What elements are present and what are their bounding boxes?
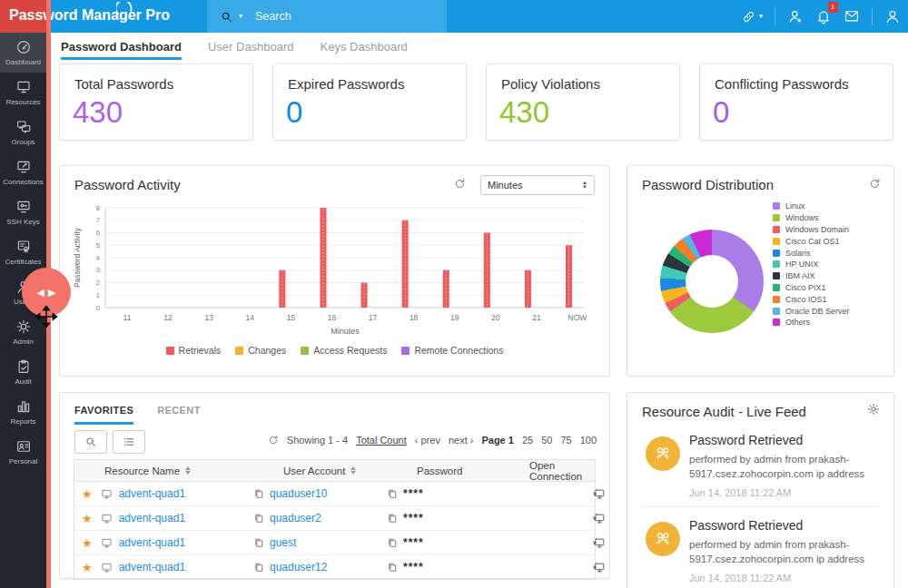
notification-badge: 1 [828, 2, 838, 13]
user-icon [884, 8, 901, 24]
sidebar-item-personal[interactable]: Personal [0, 432, 46, 472]
svg-text:5: 5 [96, 241, 101, 250]
profile-button[interactable] [884, 8, 901, 24]
sidebar-item-ssh-keys[interactable]: SSH Keys [0, 192, 46, 232]
pagination: Showing 1 - 4 Total Count ‹ prev next › … [268, 435, 597, 446]
stat-value: 430 [499, 95, 679, 130]
activity-bar-chart: 012345678Password Activity11121314151617… [71, 201, 597, 338]
open-connection-button[interactable] [592, 561, 606, 574]
svg-text:13: 13 [204, 313, 213, 322]
password-masked: **** [403, 487, 424, 500]
sidebar-item-dashboard[interactable]: Dashboard [0, 33, 46, 73]
favorite-star-icon[interactable]: ★ [82, 561, 93, 574]
col-resource-name[interactable]: Resource Name [74, 466, 272, 476]
favorite-star-icon[interactable]: ★ [82, 512, 93, 525]
sidebar-item-label: Resources [5, 98, 40, 106]
open-connection-button[interactable] [592, 512, 606, 525]
next-button[interactable]: next › [449, 435, 474, 446]
table-view-button[interactable] [113, 430, 145, 454]
user-star-button[interactable] [787, 8, 804, 24]
legend-swatch [773, 202, 780, 210]
user-account-link[interactable]: guest [270, 536, 296, 549]
copy-user-button[interactable] [253, 513, 264, 524]
feed-time: Jun 14, 2018 11:22 AM [689, 487, 883, 498]
prev-button[interactable]: ‹ prev [415, 435, 440, 446]
tab-password-dashboard[interactable]: Password Dashboard [61, 33, 182, 60]
table-row: ★advent-quad1quaduser2**** [74, 505, 595, 530]
copy-password-button[interactable] [387, 562, 398, 573]
page-size-25[interactable]: 25 [522, 435, 533, 446]
page-size-50[interactable]: 50 [541, 435, 552, 446]
user-account-link[interactable]: quaduser10 [270, 487, 327, 500]
col-user-account[interactable]: User Account [272, 466, 404, 476]
copy-password-button[interactable] [387, 488, 398, 499]
copy-password-button[interactable] [387, 537, 398, 548]
divider [642, 506, 881, 507]
sort-icon[interactable] [350, 466, 356, 475]
global-search[interactable]: ▾ Search [207, 0, 447, 33]
legend-swatch [773, 272, 780, 279]
user-account-link[interactable]: quaduser2 [270, 512, 321, 524]
table-search-button[interactable] [74, 430, 107, 454]
sort-icon[interactable] [185, 466, 191, 475]
reports-icon [15, 398, 32, 415]
resource-link[interactable]: advent-quad1 [119, 512, 185, 524]
page-size-100[interactable]: 100 [580, 435, 597, 446]
page-size-75[interactable]: 75 [560, 435, 571, 446]
list-icon [123, 436, 135, 448]
table-header: Resource Name User Account Password Open… [74, 460, 595, 482]
resource-link[interactable]: advent-quad1 [119, 487, 185, 500]
open-connection-button[interactable] [592, 487, 606, 501]
feed-description: performed by admin from prakash-5917.cse… [689, 537, 878, 566]
copy-user-button[interactable] [253, 537, 264, 548]
copy-password-button[interactable] [387, 513, 398, 524]
resource-link[interactable]: advent-quad1 [119, 536, 185, 549]
favorite-star-icon[interactable]: ★ [82, 487, 93, 501]
tab-user-dashboard[interactable]: User Dashboard [208, 33, 294, 60]
interval-select[interactable]: Minutes ▲▼ [480, 175, 595, 195]
col-open-connection: Open Connection [522, 460, 595, 482]
legend-item: Access Requests [301, 345, 387, 356]
legend-item: HP UNIX [773, 259, 850, 270]
svg-text:NOW: NOW [568, 313, 587, 322]
search-input[interactable]: Search [255, 10, 291, 23]
refresh-icon[interactable] [268, 435, 279, 446]
favorites-panel: FAVORITES RECENT Showing 1 - 4 Total Cou… [59, 392, 610, 579]
svg-text:21: 21 [532, 313, 541, 322]
distribution-donut-chart [660, 230, 764, 333]
search-scope-caret[interactable]: ▾ [239, 13, 242, 20]
quick-link-button[interactable]: ▾ [741, 9, 763, 24]
user-account-link[interactable]: quaduser12 [270, 561, 327, 573]
tab-keys-dashboard[interactable]: Keys Dashboard [321, 33, 408, 60]
search-icon [220, 10, 233, 24]
sidebar-item-resources[interactable]: Resources [0, 73, 46, 113]
refresh-icon[interactable] [454, 178, 466, 190]
copy-user-button[interactable] [253, 562, 264, 573]
total-count-link[interactable]: Total Count [356, 435, 407, 446]
open-connection-button[interactable] [592, 536, 606, 550]
gear-icon[interactable] [866, 402, 881, 416]
sidebar-item-label: Admin [13, 338, 34, 346]
copy-user-button[interactable] [253, 488, 264, 499]
sidebar-item-groups[interactable]: Groups [0, 113, 46, 152]
legend-swatch [166, 347, 174, 355]
sidebar-item-certificates[interactable]: Certificates [0, 232, 46, 272]
tab-favorites[interactable]: FAVORITES [74, 405, 133, 425]
sidebar-item-audit[interactable]: Audit [0, 352, 46, 392]
mail-icon [844, 8, 860, 24]
svg-text:7: 7 [96, 216, 101, 224]
resource-link[interactable]: advent-quad1 [119, 561, 185, 573]
keys-icon [654, 530, 672, 548]
sidebar-item-connections[interactable]: Connections [0, 152, 46, 192]
panel-title: Password Distribution [642, 177, 774, 192]
mail-button[interactable] [844, 8, 860, 24]
legend-item: Cisco PIX1 [773, 282, 850, 294]
tab-recent[interactable]: RECENT [157, 405, 201, 425]
activity-legend: RetrievalsChangesAccess RequestsRemote C… [60, 345, 609, 356]
sidebar-item-reports[interactable]: Reports [0, 392, 46, 432]
favorite-star-icon[interactable]: ★ [82, 536, 93, 550]
legend-item: Remote Connections [401, 345, 503, 356]
notifications-button[interactable]: 1 [815, 8, 832, 24]
refresh-icon[interactable] [869, 178, 881, 190]
legend-swatch [401, 347, 410, 355]
